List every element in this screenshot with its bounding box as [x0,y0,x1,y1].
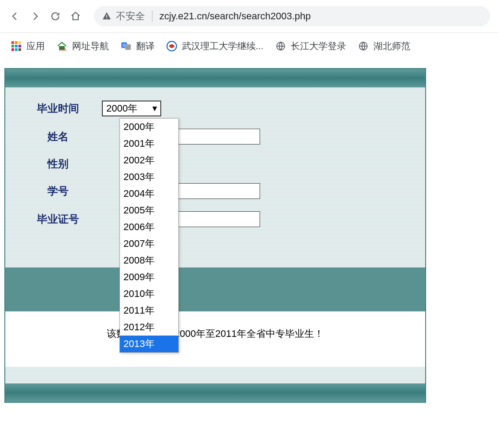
bookmark-apps[interactable]: 应用 [11,40,45,52]
grad-year-selected: 2000年 [106,102,137,115]
year-option[interactable]: 2005年 [120,202,178,219]
svg-rect-1 [106,18,107,18]
year-option[interactable]: 2007年 [120,235,178,252]
bookmark-yangtze[interactable]: 长江大学登录 [275,40,346,52]
insecure-label: 不安全 [116,10,145,23]
panel-footer-bar [5,383,425,402]
svg-rect-5 [125,44,131,50]
bookmarks-bar: 应用 2345 网址导航 G 翻译 武汉理工大学继续... 长江大学登录 湖北师… [0,33,499,59]
apps-grid-icon [11,40,22,52]
address-bar[interactable]: 不安全 zcjy.e21.cn/search/search2003.php [94,6,490,26]
row-student-id: 学号 [14,183,416,199]
row-cert-no: 毕业证号 [14,211,416,227]
panel-header-bar [5,69,425,87]
bookmark-whut[interactable]: 武汉理工大学继续... [166,40,264,52]
search-form: 毕业时间 2000年 ▼ 姓名 性别 学号 毕业证号 [5,87,425,267]
bookmark-label: 武汉理工大学继续... [182,40,264,52]
label-cert-no: 毕业证号 [14,212,102,226]
back-button[interactable] [9,10,21,22]
year-option[interactable]: 2001年 [120,135,178,152]
bookmark-label: 翻译 [136,40,155,52]
year-option[interactable]: 2003年 [120,169,178,185]
year-option[interactable]: 2006年 [120,219,178,235]
year-option[interactable]: 2011年 [120,302,178,319]
address-divider [152,11,152,22]
year-option[interactable]: 2008年 [120,252,178,269]
page-content: 毕业时间 2000年 ▼ 姓名 性别 学号 毕业证号 [0,59,499,403]
url-text: zcjy.e21.cn/search/search2003.php [159,11,311,22]
globe-icon [358,40,369,52]
bookmark-hubei-normal[interactable]: 湖北师范 [358,40,410,52]
chevron-down-icon: ▼ [151,104,159,113]
year-option[interactable]: 2002年 [120,152,178,169]
insecure-icon [102,11,112,21]
grad-year-dropdown[interactable]: 2000年2001年2002年2003年2004年2005年2006年2007年… [119,118,179,353]
browser-toolbar: 不安全 zcjy.e21.cn/search/search2003.php [0,0,499,33]
search-panel: 毕业时间 2000年 ▼ 姓名 性别 学号 毕业证号 [4,68,426,403]
svg-text:2345: 2345 [59,48,67,52]
database-note: 该数据库现包括2000年至2011年全省中专毕业生！ [5,311,425,367]
house-icon: 2345 [56,40,68,52]
bookmark-label: 长江大学登录 [291,40,346,52]
bookmark-label: 应用 [26,40,45,52]
year-option[interactable]: 2009年 [120,269,178,285]
panel-mid-band [5,267,425,311]
row-name: 姓名 [14,129,416,145]
year-option[interactable]: 2012年 [120,319,178,336]
svg-rect-0 [106,15,107,17]
year-option[interactable]: 2004年 [120,185,178,202]
bookmark-label: 网址导航 [72,40,109,52]
bookmark-label: 湖北师范 [373,40,410,52]
label-grad-time: 毕业时间 [14,101,102,116]
label-student-id: 学号 [14,184,102,198]
year-option[interactable]: 2000年 [120,119,178,135]
year-option[interactable]: 2010年 [120,285,178,302]
label-gender: 性别 [14,157,102,171]
grad-year-select[interactable]: 2000年 ▼ [102,101,161,116]
translate-icon: G [120,40,132,52]
svg-text:G: G [123,43,126,47]
row-gender: 性别 [14,157,416,171]
row-grad-time: 毕业时间 2000年 ▼ [14,101,416,116]
panel-spacer [5,367,425,383]
bookmark-translate[interactable]: G 翻译 [120,40,155,52]
whut-logo-icon [166,40,177,52]
label-name: 姓名 [14,130,102,144]
year-option[interactable]: 2013年 [120,336,178,352]
globe-icon [275,40,286,52]
forward-button[interactable] [29,10,41,22]
bookmark-nav-site[interactable]: 2345 网址导航 [56,40,109,52]
home-button[interactable] [69,10,82,22]
reload-button[interactable] [49,10,61,22]
